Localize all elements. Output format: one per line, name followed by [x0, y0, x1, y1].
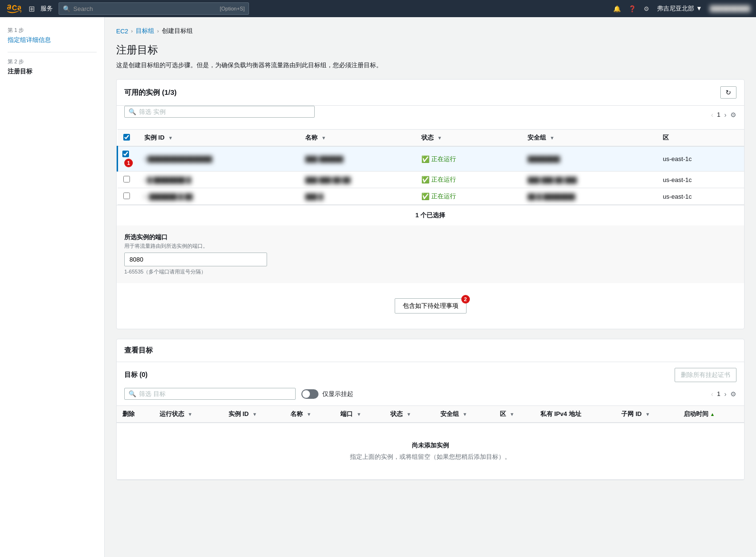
help-icon[interactable]: ❓ [628, 5, 636, 12]
row-checkbox-2[interactable] [123, 176, 130, 182]
step-2-group: 第 2 步 注册目标 [8, 58, 97, 76]
breadcrumb-ec2[interactable]: EC2 [116, 28, 128, 35]
sort-review-status-icon[interactable]: ▼ [407, 412, 411, 417]
empty-title: 尚未添加实例 [137, 441, 724, 450]
sort-sg-icon[interactable]: ▼ [550, 135, 555, 141]
breadcrumb-target-groups[interactable]: 目标组 [136, 27, 154, 35]
blurred-name-1: ███ ██████ [305, 156, 343, 162]
empty-desc: 指定上面的实例，或将组留空（如果您想稍后添加目标）。 [137, 453, 724, 461]
show-pending-toggle[interactable] [301, 389, 318, 399]
review-col-sg: 安全组 ▼ [435, 406, 494, 423]
status-running-1: ✅ 正在运行 [421, 155, 516, 163]
row-name-1: ███ ██████ [299, 146, 416, 172]
search-input[interactable] [73, 5, 216, 12]
include-button-container: 包含如下待处理事项 2 [117, 283, 744, 329]
row-checkbox-1[interactable] [122, 151, 129, 157]
row-instance-id-1: i-████████████████ [139, 146, 299, 172]
status-running-3: ✅ 正在运行 [421, 192, 516, 201]
refresh-button[interactable]: ↻ [720, 86, 736, 99]
review-table: 删除 运行状态 ▼ 实例 ID ▼ 名称 ▼ 端口 ▼ [117, 405, 744, 480]
settings-icon[interactable]: ⚙ [644, 5, 649, 12]
row-sg-1: ████████ [522, 146, 657, 172]
grid-icon[interactable]: ⊞ [29, 4, 35, 13]
status-icon-1: ✅ [421, 155, 429, 163]
row-status-2: ✅ 正在运行 [416, 172, 522, 188]
step-2-title: 注册目标 [8, 67, 97, 76]
status-icon-2: ✅ [421, 176, 429, 183]
global-search-bar[interactable]: 🔍 [Option+S] [59, 2, 249, 15]
status-running-2: ✅ 正在运行 [421, 175, 516, 184]
empty-state-cell: 尚未添加实例 指定上面的实例，或将组留空（如果您想稍后添加目标）。 [117, 423, 744, 480]
step-divider [8, 52, 97, 52]
sort-review-sg-icon[interactable]: ▼ [463, 412, 468, 417]
instance-filter-bar[interactable]: 🔍 [124, 106, 315, 118]
selected-count: 1 个已选择 [117, 205, 744, 225]
panel-toolbar: 🔍 ‹ 1 › ⚙ [117, 106, 744, 129]
port-input[interactable] [124, 253, 267, 266]
region-selector[interactable]: 弗吉尼亚北部 ▼ [657, 4, 702, 13]
review-table-settings-icon[interactable]: ⚙ [730, 390, 736, 398]
next-page-button[interactable]: › [722, 110, 728, 120]
review-pagination: ‹ 1 › ⚙ [709, 389, 736, 399]
breadcrumb-current: 创建目标组 [162, 27, 193, 35]
sort-status-icon[interactable]: ▼ [438, 135, 442, 141]
sort-review-az-icon[interactable]: ▼ [510, 412, 515, 417]
blurred-sg-1: ████████ [527, 156, 560, 162]
prev-page-button[interactable]: ‹ [709, 110, 715, 120]
aws-logo[interactable] [6, 3, 23, 14]
delete-all-button[interactable]: 删除所有挂起证书 [675, 368, 736, 382]
sidebar: 第 1 步 指定组详细信息 第 2 步 注册目标 [0, 17, 105, 557]
breadcrumb-sep-2: › [157, 28, 159, 34]
review-filter-input[interactable] [139, 390, 291, 397]
table-settings-icon[interactable]: ⚙ [730, 111, 736, 119]
review-prev-page[interactable]: ‹ [709, 389, 715, 399]
review-filter-bar[interactable]: 🔍 [124, 388, 296, 400]
row-sg-2: ███ ███ ██ ███ [522, 172, 657, 188]
row-checkbox-cell-3 [118, 188, 139, 205]
sort-launch-time-icon[interactable]: ▲ [710, 412, 715, 417]
select-all-checkbox[interactable] [123, 134, 130, 141]
row-checkbox-3[interactable] [123, 192, 130, 199]
include-pending-button[interactable]: 包含如下待处理事项 2 [395, 298, 467, 314]
blurred-name-2: ███ ███ ██ ██ [305, 177, 350, 183]
sort-name-icon[interactable]: ▼ [321, 135, 326, 141]
blurred-instance-id-2: i-█ ████████ █ [144, 177, 191, 183]
review-next-page[interactable]: › [722, 389, 728, 399]
review-col-status: 状态 ▼ [385, 406, 435, 423]
blurred-sg-2: ███ ███ ██ ███ [527, 177, 577, 183]
available-instances-panel: 可用的实例 (1/3) ↻ 🔍 ‹ 1 › ⚙ [116, 79, 745, 329]
review-col-delete: 删除 [117, 406, 154, 423]
review-search-icon: 🔍 [129, 390, 136, 397]
table-row: i- ███████ █ ██ ███ █ ✅ 正在运行 ██ █ ██████… [118, 188, 745, 205]
review-col-subnet-id: 子网 ID ▼ [616, 406, 678, 423]
instances-pagination: ‹ 1 › ⚙ [709, 110, 736, 120]
sort-port-icon[interactable]: ▼ [357, 412, 361, 417]
row-az-1: us-east-1c [657, 146, 744, 172]
breadcrumb-sep-1: › [131, 28, 133, 34]
review-col-port: 端口 ▼ [335, 406, 385, 423]
port-hint: 1-65535（多个端口请用逗号分隔） [124, 268, 736, 275]
step-1-link[interactable]: 指定组详细信息 [8, 36, 51, 43]
row-checkbox-cell-2 [118, 172, 139, 188]
header-name: 名称 ▼ [299, 130, 416, 147]
step-2-label: 第 2 步 [8, 58, 97, 65]
service-label[interactable]: 服务 [40, 4, 53, 13]
step-1-group: 第 1 步 指定组详细信息 [8, 27, 97, 44]
row-checkbox-cell-1: 1 [118, 146, 139, 172]
review-col-private-ip: 私有 IPv4 地址 [535, 406, 616, 423]
page-title: 注册目标 [116, 43, 745, 57]
sort-subnet-id-icon[interactable]: ▼ [646, 412, 650, 417]
sort-review-instance-id-icon[interactable]: ▼ [252, 412, 257, 417]
panel-header-title: 可用的实例 (1/3) [124, 88, 177, 97]
row-instance-id-2: i-█ ████████ █ [139, 172, 299, 188]
breadcrumb: EC2 › 目标组 › 创建目标组 [116, 27, 745, 35]
notification-icon[interactable]: 🔔 [613, 5, 621, 12]
page-number: 1 [717, 111, 720, 118]
instance-filter-input[interactable] [139, 108, 310, 115]
sort-instance-id-icon[interactable]: ▼ [168, 135, 173, 141]
show-pending-label: 仅显示挂起 [322, 390, 353, 398]
sort-run-status-icon[interactable]: ▼ [188, 412, 192, 417]
row-az-3: us-east-1c [657, 188, 744, 205]
top-navigation: ⊞ 服务 🔍 [Option+S] 🔔 ❓ ⚙ 弗吉尼亚北部 ▼ ███████… [0, 0, 756, 17]
sort-review-name-icon[interactable]: ▼ [307, 412, 311, 417]
